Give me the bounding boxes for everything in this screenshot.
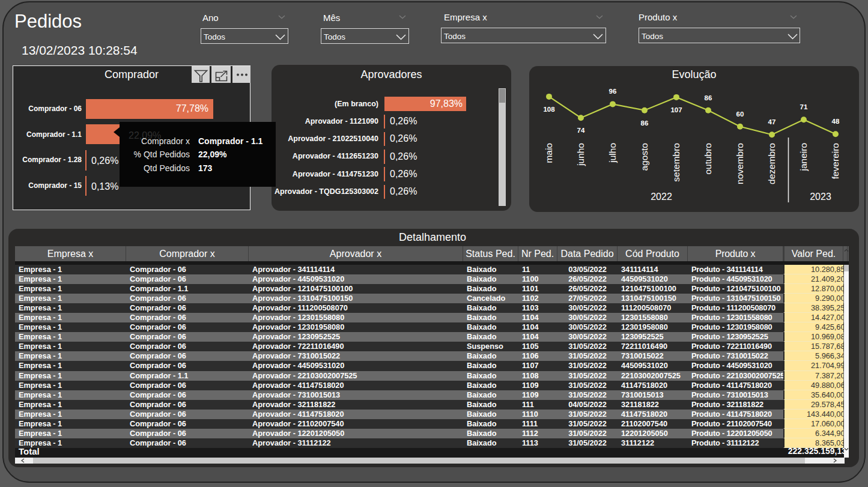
- svg-text:86: 86: [641, 119, 649, 127]
- svg-text:julho: julho: [607, 143, 618, 163]
- svg-text:fevereiro: fevereiro: [830, 143, 840, 179]
- svg-text:agosto: agosto: [639, 143, 649, 171]
- svg-text:dezembro: dezembro: [766, 143, 777, 184]
- svg-text:outubro: outubro: [703, 143, 713, 175]
- svg-text:2022: 2022: [651, 192, 672, 202]
- svg-text:47: 47: [768, 118, 776, 126]
- svg-text:107: 107: [670, 106, 682, 113]
- svg-text:maio: maio: [544, 143, 554, 163]
- svg-text:108: 108: [543, 106, 555, 113]
- svg-text:junho: junho: [575, 143, 586, 166]
- svg-text:2023: 2023: [810, 192, 831, 202]
- svg-text:setembro: setembro: [671, 143, 681, 182]
- svg-text:janeiro: janeiro: [798, 143, 809, 172]
- svg-text:86: 86: [705, 94, 712, 101]
- svg-text:novembro: novembro: [735, 143, 745, 184]
- svg-text:48: 48: [832, 118, 840, 125]
- svg-text:74: 74: [577, 127, 585, 134]
- svg-text:71: 71: [800, 103, 808, 110]
- svg-text:96: 96: [609, 88, 617, 95]
- svg-text:60: 60: [736, 110, 744, 118]
